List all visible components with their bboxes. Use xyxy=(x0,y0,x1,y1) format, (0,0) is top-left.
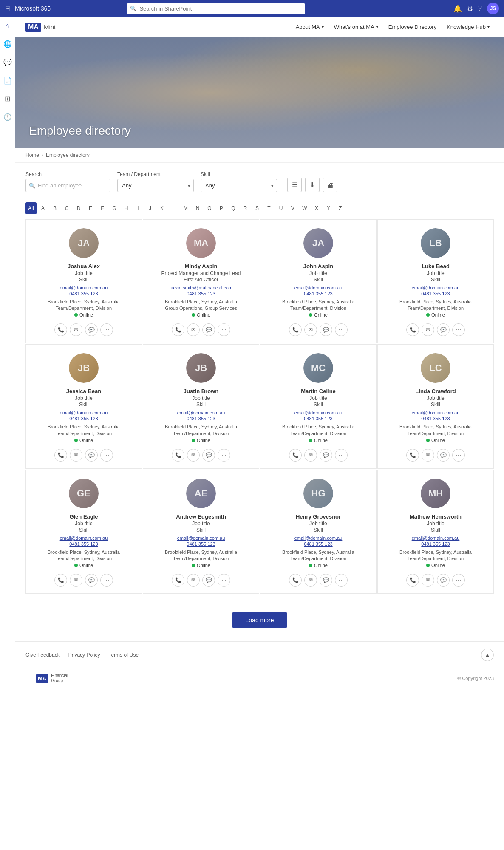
more-button[interactable]: ⋯ xyxy=(335,449,348,462)
chat-button[interactable]: 💬 xyxy=(202,574,215,586)
nav-knowledge-hub[interactable]: Knowledge Hub ▾ xyxy=(442,17,494,37)
chat-button[interactable]: 💬 xyxy=(437,574,450,586)
chat-icon[interactable]: 💬 xyxy=(2,57,14,68)
more-button[interactable]: ⋯ xyxy=(100,449,113,462)
call-button[interactable]: 📞 xyxy=(172,323,184,336)
more-button[interactable]: ⋯ xyxy=(452,323,465,336)
employee-email[interactable]: jackie.smith@mafinancial.com xyxy=(170,285,232,290)
employee-email[interactable]: email@domain.com.au xyxy=(177,536,225,541)
employee-email[interactable]: email@domain.com.au xyxy=(412,536,460,541)
chat-button[interactable]: 💬 xyxy=(85,449,98,462)
doc-icon[interactable]: 📄 xyxy=(2,75,14,86)
alpha-btn-L[interactable]: L xyxy=(168,202,179,214)
alpha-btn-D[interactable]: D xyxy=(73,202,84,214)
alpha-btn-J[interactable]: J xyxy=(144,202,156,214)
alpha-btn-K[interactable]: K xyxy=(156,202,167,214)
employee-phone[interactable]: 0481 355 123 xyxy=(187,416,215,421)
more-button[interactable]: ⋯ xyxy=(100,323,113,336)
footer-feedback[interactable]: Give Feedback xyxy=(25,652,60,658)
avatar[interactable]: JS xyxy=(487,3,499,14)
more-button[interactable]: ⋯ xyxy=(335,574,348,586)
more-button[interactable]: ⋯ xyxy=(452,449,465,462)
employee-email[interactable]: email@domain.com.au xyxy=(412,285,460,290)
chat-button[interactable]: 💬 xyxy=(202,323,215,336)
employee-phone[interactable]: 0481 355 123 xyxy=(304,416,332,421)
grid-icon[interactable]: ⊞ xyxy=(5,5,11,13)
call-button[interactable]: 📞 xyxy=(289,323,302,336)
employee-phone[interactable]: 0481 355 123 xyxy=(69,541,98,547)
more-button[interactable]: ⋯ xyxy=(218,323,230,336)
alpha-btn-M[interactable]: M xyxy=(180,202,191,214)
alpha-btn-F[interactable]: F xyxy=(97,202,108,214)
email-button[interactable]: ✉ xyxy=(304,574,317,586)
home-icon[interactable]: ⌂ xyxy=(4,20,11,31)
call-button[interactable]: 📞 xyxy=(406,323,419,336)
employee-email[interactable]: email@domain.com.au xyxy=(294,285,343,290)
alpha-btn-Y[interactable]: Y xyxy=(323,202,334,214)
more-button[interactable]: ⋯ xyxy=(218,449,230,462)
chat-button[interactable]: 💬 xyxy=(437,323,450,336)
email-button[interactable]: ✉ xyxy=(187,323,200,336)
email-button[interactable]: ✉ xyxy=(422,449,434,462)
alpha-btn-H[interactable]: H xyxy=(121,202,132,214)
footer-terms[interactable]: Terms of Use xyxy=(108,652,139,658)
employee-phone[interactable]: 0481 355 123 xyxy=(421,416,450,421)
chat-button[interactable]: 💬 xyxy=(320,323,332,336)
email-button[interactable]: ✉ xyxy=(70,574,82,586)
employee-phone[interactable]: 0481 355 123 xyxy=(421,291,450,296)
employee-email[interactable]: email@domain.com.au xyxy=(294,410,343,415)
email-button[interactable]: ✉ xyxy=(422,574,434,586)
email-button[interactable]: ✉ xyxy=(70,449,82,462)
nav-whats-on[interactable]: What's on at MA ▾ xyxy=(330,17,382,37)
employee-phone[interactable]: 0481 355 123 xyxy=(304,291,332,296)
employee-phone[interactable]: 0481 355 123 xyxy=(187,291,215,296)
chat-button[interactable]: 💬 xyxy=(320,449,332,462)
download-button[interactable]: ⬇ xyxy=(305,178,320,192)
call-button[interactable]: 📞 xyxy=(54,323,67,336)
alpha-btn-N[interactable]: N xyxy=(192,202,203,214)
call-button[interactable]: 📞 xyxy=(406,574,419,586)
alpha-btn-I[interactable]: I xyxy=(133,202,144,214)
alpha-btn-P[interactable]: P xyxy=(216,202,227,214)
more-button[interactable]: ⋯ xyxy=(218,574,230,586)
alpha-btn-E[interactable]: E xyxy=(85,202,96,214)
list-view-button[interactable]: ☰ xyxy=(287,178,302,192)
email-button[interactable]: ✉ xyxy=(187,449,200,462)
call-button[interactable]: 📞 xyxy=(54,574,67,586)
call-button[interactable]: 📞 xyxy=(172,449,184,462)
email-button[interactable]: ✉ xyxy=(304,449,317,462)
team-select[interactable]: Any xyxy=(117,179,194,192)
alpha-btn-S[interactable]: S xyxy=(252,202,263,214)
alpha-btn-T[interactable]: T xyxy=(263,202,275,214)
employee-phone[interactable]: 0481 355 123 xyxy=(69,291,98,296)
breadcrumb-home[interactable]: Home xyxy=(25,152,39,158)
scroll-top-button[interactable]: ▲ xyxy=(481,649,494,661)
call-button[interactable]: 📞 xyxy=(406,449,419,462)
settings-icon[interactable]: ⚙ xyxy=(467,5,473,13)
alpha-btn-O[interactable]: O xyxy=(204,202,215,214)
alpha-btn-Q[interactable]: Q xyxy=(228,202,239,214)
alpha-btn-C[interactable]: C xyxy=(61,202,72,214)
alpha-btn-R[interactable]: R xyxy=(240,202,251,214)
call-button[interactable]: 📞 xyxy=(172,574,184,586)
chat-button[interactable]: 💬 xyxy=(202,449,215,462)
search-input[interactable] xyxy=(127,3,305,14)
alpha-btn-A[interactable]: A xyxy=(37,202,48,214)
alpha-btn-B[interactable]: B xyxy=(49,202,60,214)
alpha-btn-All[interactable]: All xyxy=(25,202,37,214)
more-button[interactable]: ⋯ xyxy=(452,574,465,586)
employee-email[interactable]: email@domain.com.au xyxy=(412,410,460,415)
call-button[interactable]: 📞 xyxy=(289,449,302,462)
table-icon[interactable]: ⊞ xyxy=(3,93,12,105)
employee-search-input[interactable] xyxy=(25,179,110,192)
employee-phone[interactable]: 0481 355 123 xyxy=(187,541,215,547)
employee-email[interactable]: email@domain.com.au xyxy=(60,285,108,290)
skill-select[interactable]: Any xyxy=(201,179,277,192)
employee-email[interactable]: email@domain.com.au xyxy=(294,536,343,541)
employee-phone[interactable]: 0481 355 123 xyxy=(304,541,332,547)
employee-email[interactable]: email@domain.com.au xyxy=(60,410,108,415)
chat-button[interactable]: 💬 xyxy=(437,449,450,462)
load-more-button[interactable]: Load more xyxy=(232,612,288,628)
employee-email[interactable]: email@domain.com.au xyxy=(60,536,108,541)
bell-icon[interactable]: 🔔 xyxy=(453,5,462,13)
